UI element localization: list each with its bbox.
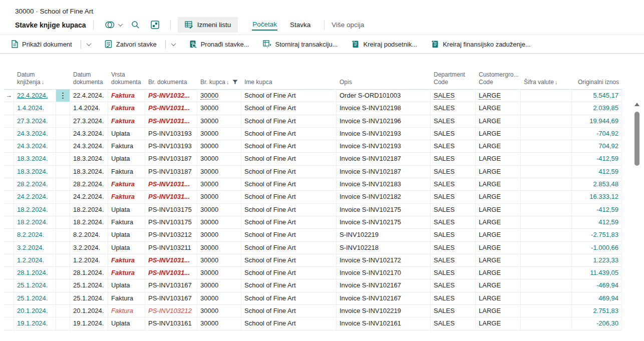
table-row[interactable]: → 18.2.2024. 18.2.2024. Uplata PS-INV103… xyxy=(4,204,622,216)
row-menu-icon[interactable] xyxy=(62,93,64,99)
cell-currency-code[interactable] xyxy=(521,305,572,317)
col-header-customergroup-code[interactable]: Customergro... Code xyxy=(476,71,521,89)
cell-row-menu[interactable] xyxy=(56,128,70,140)
table-row[interactable]: → 3.2.2024. 3.2.2024. Uplata PS-INV10321… xyxy=(4,242,622,254)
cell-currency-code[interactable] xyxy=(521,229,572,241)
cell-description[interactable]: Invoice S-INV102187 xyxy=(337,153,431,165)
cell-department-code[interactable]: SALES xyxy=(431,292,476,304)
cell-description[interactable]: Invoice S-INV102175 xyxy=(337,204,431,216)
cell-customer-no[interactable]: 30000 xyxy=(197,317,241,329)
cell-department-code[interactable]: SALES xyxy=(431,90,476,102)
col-header-original-amount[interactable]: Originalni iznos xyxy=(572,79,622,89)
cell-customer-name[interactable]: School of Fine Art xyxy=(241,153,337,165)
cell-department-code[interactable]: SALES xyxy=(431,254,476,266)
cell-description[interactable]: S-INV102218 xyxy=(337,242,431,254)
cell-original-amount[interactable]: 2.853,48 xyxy=(572,178,622,190)
cell-original-amount[interactable]: 704,92 xyxy=(572,140,622,152)
cell-currency-code[interactable] xyxy=(521,279,572,291)
cell-department-code[interactable]: SALES xyxy=(431,115,476,127)
cell-document-no[interactable]: PS-INV1031... xyxy=(145,254,197,266)
cell-description[interactable]: Invoice S-INV102187 xyxy=(337,166,431,178)
cell-row-menu[interactable] xyxy=(56,279,70,291)
cell-document-type[interactable]: Uplata xyxy=(108,128,145,140)
cell-description[interactable]: S-INV102219 xyxy=(337,229,431,241)
reverse-transaction-button[interactable]: Storniraj transakciju... xyxy=(263,40,338,48)
cell-document-no[interactable]: PS-INV103212 xyxy=(145,229,197,241)
table-row[interactable]: → 28.2.2024. 28.2.2024. Faktura PS-INV10… xyxy=(4,178,622,191)
cell-department-code[interactable]: SALES xyxy=(431,178,476,190)
cell-document-no[interactable]: PS-INV1031... xyxy=(145,191,197,203)
cell-department-code[interactable]: SALES xyxy=(431,204,476,216)
cell-currency-code[interactable] xyxy=(521,178,572,190)
cell-customer-no[interactable]: 30000 xyxy=(197,204,241,216)
cell-posting-date[interactable]: 22.4.2024. xyxy=(14,90,56,102)
cell-description[interactable]: Invoice S-INV102219 xyxy=(337,305,431,317)
cell-currency-code[interactable] xyxy=(521,254,572,266)
cell-customergroup-code[interactable]: LARGE xyxy=(476,317,521,329)
cell-currency-code[interactable] xyxy=(521,140,572,152)
table-row[interactable]: → 24.2.2024. 24.2.2024. Faktura PS-INV10… xyxy=(4,191,622,203)
table-row[interactable]: → 24.3.2024. 24.3.2024. Uplata PS-INV103… xyxy=(4,128,622,140)
cell-original-amount[interactable]: 2.751,83 xyxy=(572,305,622,317)
cell-customergroup-code[interactable]: LARGE xyxy=(476,153,521,165)
cell-document-date[interactable]: 25.1.2024. xyxy=(70,292,108,304)
search-button[interactable] xyxy=(127,18,144,32)
cell-document-date[interactable]: 18.2.2024. xyxy=(70,216,108,228)
table-row[interactable]: → 24.3.2024. 24.3.2024. Faktura PS-INV10… xyxy=(4,140,622,153)
cell-document-no[interactable]: PS-INV103175 xyxy=(145,204,197,216)
cell-customergroup-code[interactable]: LARGE xyxy=(476,267,521,279)
cell-customer-name[interactable]: School of Fine Art xyxy=(241,216,337,228)
cell-document-no[interactable]: PS-INV1031... xyxy=(145,115,197,127)
cell-customer-no[interactable]: 30000 xyxy=(197,178,241,190)
cell-document-date[interactable]: 28.2.2024. xyxy=(70,178,108,190)
cell-original-amount[interactable]: -1.000,66 xyxy=(572,242,622,254)
table-row[interactable]: → 18.3.2024. 18.3.2024. Faktura PS-INV10… xyxy=(4,166,622,178)
cell-document-date[interactable]: 25.1.2024. xyxy=(70,279,108,291)
cell-customergroup-code[interactable]: LARGE xyxy=(476,305,521,317)
cell-document-no[interactable]: PS-INV103161 xyxy=(145,317,197,329)
table-row[interactable]: → 18.2.2024. 18.2.2024. Faktura PS-INV10… xyxy=(4,216,622,229)
cell-currency-code[interactable] xyxy=(521,267,572,279)
cell-posting-date[interactable]: 18.3.2024. xyxy=(14,153,56,165)
cell-currency-code[interactable] xyxy=(521,115,572,127)
cell-original-amount[interactable]: 19.944,69 xyxy=(572,115,622,127)
cell-currency-code[interactable] xyxy=(521,204,572,216)
scrollbar-thumb[interactable] xyxy=(634,112,639,166)
cell-posting-date[interactable]: 24.3.2024. xyxy=(14,128,56,140)
cell-document-date[interactable]: 3.2.2024. xyxy=(70,242,108,254)
cell-posting-date[interactable]: 28.1.2024. xyxy=(14,267,56,279)
cell-document-date[interactable]: 1.2.2024. xyxy=(70,254,108,266)
cell-currency-code[interactable] xyxy=(521,153,572,165)
cell-document-date[interactable]: 27.3.2024. xyxy=(70,115,108,127)
cell-customergroup-code[interactable]: LARGE xyxy=(476,216,521,228)
cell-row-menu[interactable] xyxy=(56,242,70,254)
cell-document-no[interactable]: PS-INV103211 xyxy=(145,242,197,254)
cell-customer-no[interactable]: 30000 xyxy=(197,279,241,291)
cell-row-menu[interactable] xyxy=(56,115,70,127)
tab-pocetak[interactable]: Početak xyxy=(252,19,277,31)
find-entries-button[interactable]: Pronađi stavke... xyxy=(189,40,249,48)
cell-customer-no[interactable]: 30000 xyxy=(197,254,241,266)
cell-department-code[interactable]: SALES xyxy=(431,317,476,329)
cell-document-date[interactable]: 24.3.2024. xyxy=(70,140,108,152)
cell-document-type[interactable]: Faktura xyxy=(108,191,145,203)
col-header-customer-name[interactable]: Ime kupca xyxy=(241,79,337,89)
cell-currency-code[interactable] xyxy=(521,102,572,114)
cell-customer-name[interactable]: School of Fine Art xyxy=(241,178,337,190)
cell-document-type[interactable]: Faktura xyxy=(108,254,145,266)
cell-document-date[interactable]: 24.3.2024. xyxy=(70,128,108,140)
cell-original-amount[interactable]: 2.039,85 xyxy=(572,102,622,114)
cell-original-amount[interactable]: -412,59 xyxy=(572,204,622,216)
cell-customer-no[interactable]: 30000 xyxy=(197,242,241,254)
table-row[interactable]: → 1.4.2024. 1.4.2024. Faktura PS-INV1031… xyxy=(4,102,622,115)
table-row[interactable]: → 20.1.2024. 20.1.2024. Faktura PS-INV10… xyxy=(4,305,622,317)
cell-row-menu[interactable] xyxy=(56,140,70,152)
cell-document-no[interactable]: PS-INV103212 xyxy=(145,305,197,317)
cell-document-date[interactable]: 8.2.2024. xyxy=(70,229,108,241)
cell-original-amount[interactable]: 469,94 xyxy=(572,292,622,304)
cell-document-type[interactable]: Faktura xyxy=(108,305,145,317)
table-row[interactable]: → 25.1.2024. 25.1.2024. Uplata PS-INV103… xyxy=(4,279,622,292)
cell-customer-no[interactable]: 30000 xyxy=(197,166,241,178)
cell-document-no[interactable]: PS-INV103193 xyxy=(145,128,197,140)
cell-customer-no[interactable]: 30000 xyxy=(197,90,241,102)
